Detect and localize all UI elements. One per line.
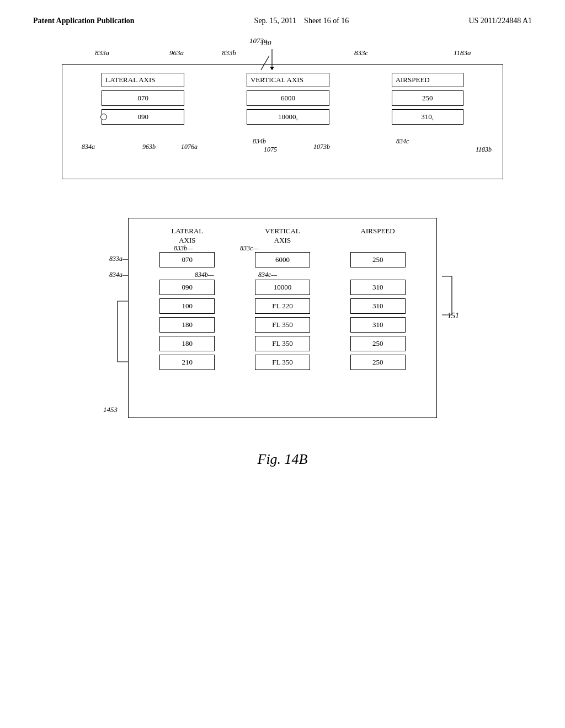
top-diagram-wrapper: 1073a 833a 963a 833b 130 833c 1183a LATE… — [62, 64, 503, 179]
vertical-header-box: VERTICAL AXIS — [247, 73, 329, 87]
airspeed-row2: 310, — [392, 109, 463, 125]
header-date: Sep. 15, 2011 — [254, 17, 296, 25]
label-833c: 833c— — [240, 244, 259, 253]
cell-r5-airspeed: 250 — [350, 355, 406, 370]
label-834a: 834a — [82, 143, 95, 151]
label-1076a: 1076a — [181, 143, 198, 151]
label-833c: 833c — [354, 49, 368, 57]
cell-r2-vertical: FL 220 — [255, 298, 310, 314]
label-834c: 834c — [396, 137, 409, 146]
header-patent-num: US 2011/224848 A1 — [468, 17, 532, 25]
label-834b-btm: 834b— — [195, 271, 214, 279]
label-1073b: 1073b — [313, 143, 330, 151]
header-publisher: Patent Application Publication — [33, 17, 135, 25]
label-130: 130 — [260, 39, 271, 47]
data-row-2: 100 FL 220 310 — [140, 298, 425, 314]
label-834a-btm: 834a— — [109, 271, 129, 279]
lateral-row1: 070 — [102, 90, 184, 106]
cell-r2-airspeed: 310 — [350, 298, 406, 314]
cell-r5-lateral: 210 — [159, 355, 215, 370]
label-963a: 963a — [169, 49, 184, 57]
vertical-row2: 10000, — [247, 109, 329, 125]
top-diagram-box: LATERAL AXIS 070 090 VERTICA — [62, 64, 503, 179]
cell-r1-vertical: 10000 — [255, 280, 310, 295]
data-row-4: 180 FL 350 250 — [140, 336, 425, 351]
cell-r1-airspeed: 310 — [350, 280, 406, 295]
bracket-151 — [441, 274, 457, 318]
label-151: 151 — [447, 312, 459, 320]
bottom-diagram-box: LATERAL AXIS VERTICAL AXIS AIRSPEED 833a… — [128, 218, 437, 418]
bottom-diagram-wrapper: 151 1453 LATERAL AXIS VERTICAL AXIS AIRS… — [128, 218, 437, 418]
col-headers: LATERAL AXIS VERTICAL AXIS AIRSPEED — [140, 227, 425, 245]
svg-line-2 — [261, 56, 269, 70]
header-sheet: Sheet 16 of 16 — [304, 17, 349, 25]
label-833b-top: 833b — [222, 49, 236, 57]
cell-r3-lateral: 180 — [159, 317, 215, 333]
label-1453: 1453 — [103, 405, 118, 414]
cell-r0-vertical: 6000 — [255, 252, 310, 267]
label-833a-top: 833a — [95, 49, 109, 57]
cell-r4-vertical: FL 350 — [255, 336, 310, 351]
label-834c-btm: 834c— — [258, 271, 277, 279]
airspeed-row1: 250 — [392, 90, 463, 106]
page-header: Patent Application Publication Sep. 15, … — [0, 0, 565, 31]
label-963b: 963b — [142, 143, 156, 151]
vertical-row1: 6000 — [247, 90, 329, 106]
data-row-5: 210 FL 350 250 — [140, 355, 425, 370]
cell-r4-airspeed: 250 — [350, 336, 406, 351]
cell-r2-lateral: 100 — [159, 298, 215, 314]
cell-r4-lateral: 180 — [159, 336, 215, 351]
label-833b: 833b— — [174, 244, 193, 253]
group-vertical: VERTICAL AXIS 6000 10000, — [247, 73, 329, 125]
label-834b: 834b — [253, 137, 266, 146]
data-row-1: 090 10000 310 — [140, 280, 425, 295]
label-1075: 1075 — [264, 146, 277, 154]
main-content: 1073a 833a 963a 833b 130 833c 1183a LATE… — [0, 31, 565, 479]
cell-r5-vertical: FL 350 — [255, 355, 310, 370]
bracket-1453 — [113, 298, 130, 365]
top-diagram-inner: LATERAL AXIS 070 090 VERTICA — [71, 73, 494, 125]
col-header-vertical: VERTICAL AXIS — [255, 227, 310, 245]
cell-r3-vertical: FL 350 — [255, 317, 310, 333]
cell-r3-airspeed: 310 — [350, 317, 406, 333]
bottom-labels-top-diag: 834a 963b 1076a 834b 1075 1073b 834c 118… — [71, 129, 494, 151]
group-airspeed: AIRSPEED 250 310, — [392, 73, 463, 125]
fig-caption: Fig. 14B — [258, 451, 308, 468]
label-1183a: 1183a — [454, 49, 471, 57]
col-header-airspeed: AIRSPEED — [350, 227, 406, 245]
cell-r1-lateral: 090 — [159, 280, 215, 295]
label-1183b: 1183b — [476, 146, 492, 154]
group-lateral: LATERAL AXIS 070 090 — [102, 73, 184, 125]
col-header-lateral: LATERAL AXIS — [159, 227, 215, 245]
data-row-0: 070 6000 250 — [140, 252, 425, 267]
svg-marker-1 — [270, 67, 274, 70]
cell-r0-lateral: 070 — [159, 252, 215, 267]
label-833a: 833a— — [109, 255, 129, 263]
cell-r0-airspeed: 250 — [350, 252, 406, 267]
lateral-row2: 090 — [102, 109, 184, 125]
row-834-labels: 834a— 834b— 834c— — [140, 271, 425, 279]
airspeed-header-box: AIRSPEED — [392, 73, 463, 87]
header-date-sheet: Sep. 15, 2011 Sheet 16 of 16 — [254, 17, 349, 25]
lateral-header-box: LATERAL AXIS — [102, 73, 184, 87]
circle-indicator — [100, 114, 107, 120]
data-row-3: 180 FL 350 310 — [140, 317, 425, 333]
